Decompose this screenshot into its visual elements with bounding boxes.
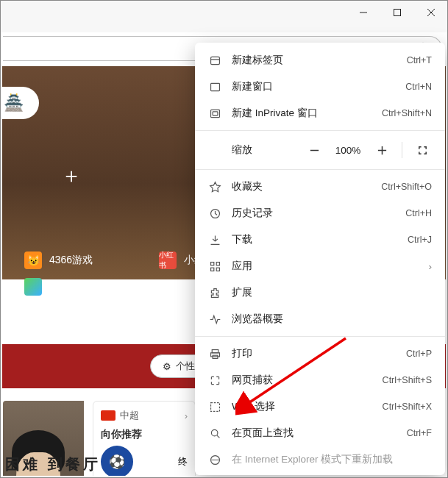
quick-link-2-icon: 小红书 (159, 252, 177, 269)
menu-print-shortcut: Ctrl+P (406, 349, 432, 359)
cn-flag-icon (101, 410, 115, 421)
window-minimize-button[interactable] (346, 0, 380, 25)
svg-rect-0 (394, 10, 401, 16)
history-icon (208, 207, 221, 220)
download-icon (208, 233, 221, 246)
quick-link-3-label: 微软电脑管家 (49, 280, 111, 293)
fullscreen-button[interactable] (410, 138, 435, 163)
zoom-out-button[interactable] (302, 138, 327, 163)
menu-new-inprivate-label: 新建 InPrivate 窗口 (232, 107, 371, 120)
menu-downloads-shortcut: Ctrl+J (408, 235, 432, 245)
menu-zoom-row: 缩放 100% (195, 135, 445, 165)
menu-web-select[interactable]: Web 选择 Ctrl+Shift+X (195, 393, 445, 420)
search-icon (208, 427, 221, 440)
menu-favorites[interactable]: 收藏夹 Ctrl+Shift+O (195, 174, 445, 200)
star-icon (208, 180, 221, 193)
menu-find-shortcut: Ctrl+F (407, 428, 432, 438)
menu-web-capture-shortcut: Ctrl+Shift+S (383, 375, 432, 385)
match-status: 终 (178, 455, 188, 468)
menu-new-window[interactable]: 新建窗口 Ctrl+N (195, 74, 445, 100)
recommend-title: 向你推荐 (101, 428, 188, 441)
menu-new-window-shortcut: Ctrl+N (405, 82, 432, 92)
svg-rect-13 (210, 268, 213, 271)
zoom-percent: 100% (330, 145, 366, 156)
menu-favorites-label: 收藏夹 (232, 180, 371, 193)
svg-rect-14 (216, 268, 219, 271)
menu-web-select-shortcut: Ctrl+Shift+X (383, 402, 432, 412)
menu-new-inprivate[interactable]: 新建 InPrivate 窗口 Ctrl+Shift+N (195, 100, 445, 126)
chevron-right-icon: › (429, 261, 433, 272)
menu-more-tools[interactable]: 更多工具 › (195, 473, 445, 475)
window-titlebar (0, 0, 448, 34)
menu-ie-mode: 在 Internet Explorer 模式下重新加载 (195, 446, 445, 473)
menu-history[interactable]: 历史记录 Ctrl+H (195, 200, 445, 226)
ie-icon (208, 453, 221, 466)
window-maximize-button[interactable] (380, 0, 414, 25)
menu-apps[interactable]: 应用 › (195, 253, 445, 279)
svg-rect-16 (210, 352, 219, 356)
menu-web-capture[interactable]: 网页捕获 Ctrl+Shift+S (195, 367, 445, 393)
menu-browser-summary-label: 浏览器概要 (232, 313, 432, 326)
quick-link-1[interactable]: 😺 4366游戏 (24, 252, 93, 269)
new-tab-icon (208, 54, 221, 67)
quick-link-1-label: 4366游戏 (49, 254, 93, 267)
menu-downloads-label: 下载 (232, 233, 397, 246)
pulse-icon (208, 313, 221, 326)
svg-rect-11 (210, 262, 213, 265)
menu-history-label: 历史记录 (232, 207, 395, 220)
quick-link-3-icon (24, 278, 42, 296)
menu-favorites-shortcut: Ctrl+Shift+O (381, 182, 432, 192)
zoom-label: 缩放 (232, 143, 267, 157)
zoom-in-button[interactable] (369, 138, 394, 163)
select-icon (208, 400, 221, 413)
svg-rect-8 (210, 110, 219, 117)
league-label: 中超 (120, 409, 139, 422)
menu-new-tab-shortcut: Ctrl+T (407, 55, 432, 65)
menu-extensions-label: 扩展 (232, 286, 432, 299)
menu-new-window-label: 新建窗口 (232, 80, 395, 93)
menu-browser-summary[interactable]: 浏览器概要 (195, 306, 445, 332)
new-window-icon (208, 80, 221, 93)
menu-web-capture-label: 网页捕获 (232, 374, 372, 387)
add-tile-button[interactable]: ＋ (61, 162, 82, 190)
window-close-button[interactable] (414, 0, 448, 25)
svg-rect-6 (210, 57, 219, 64)
menu-extensions[interactable]: 扩展 (195, 279, 445, 306)
hero-pill-icon[interactable]: 🏯 (2, 87, 39, 119)
svg-rect-9 (213, 111, 218, 115)
settings-menu: 新建标签页 Ctrl+T 新建窗口 Ctrl+N 新建 InPrivate 窗口… (195, 43, 445, 475)
menu-history-shortcut: Ctrl+H (405, 208, 432, 218)
menu-find[interactable]: 在页面上查找 Ctrl+F (195, 420, 445, 446)
menu-new-tab-label: 新建标签页 (232, 54, 397, 67)
puzzle-icon (208, 286, 221, 299)
menu-web-select-label: Web 选择 (232, 400, 372, 413)
sports-card[interactable]: 中超 › 向你推荐 ⚽ 终 大连人 🦁 沧州雄狮 (93, 401, 196, 476)
team-1-logo: ⚽ (101, 446, 133, 476)
menu-find-label: 在页面上查找 (232, 427, 397, 440)
menu-print[interactable]: 打印 Ctrl+P (195, 340, 445, 367)
svg-rect-7 (210, 83, 219, 90)
svg-point-19 (211, 429, 218, 436)
menu-new-tab[interactable]: 新建标签页 Ctrl+T (195, 47, 445, 74)
menu-print-label: 打印 (232, 347, 396, 360)
svg-rect-15 (212, 349, 218, 352)
menu-apps-label: 应用 (232, 260, 419, 273)
capture-icon (208, 374, 221, 387)
apps-icon (208, 260, 221, 273)
inprivate-icon (208, 107, 221, 120)
headline-text: 困难 到餐厅 (5, 454, 101, 474)
svg-rect-18 (210, 402, 219, 411)
menu-ie-mode-label: 在 Internet Explorer 模式下重新加载 (232, 453, 432, 466)
quick-link-3[interactable]: 微软电脑管家 (24, 278, 111, 296)
print-icon (208, 347, 221, 360)
menu-downloads[interactable]: 下载 Ctrl+J (195, 226, 445, 253)
svg-rect-12 (216, 262, 219, 265)
quick-link-1-icon: 😺 (24, 252, 42, 269)
gear-icon: ⚙ (163, 361, 171, 372)
menu-new-inprivate-shortcut: Ctrl+Shift+N (382, 108, 432, 118)
